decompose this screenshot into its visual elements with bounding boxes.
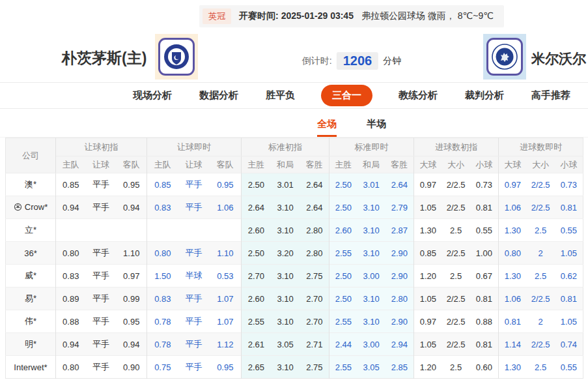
odds-cell: 2.55 <box>242 310 271 333</box>
tab-live-analysis[interactable]: 现场分析 <box>132 85 173 106</box>
odds-cell: 2/2.5 <box>442 333 470 356</box>
odds-cell: 0.81 <box>470 287 499 310</box>
col-header: 主队 <box>56 156 86 173</box>
odds-cell: 0.73 <box>470 173 499 196</box>
odds-cell: 1.20 <box>414 356 442 379</box>
tab-data-analysis[interactable]: 数据分析 <box>198 85 240 106</box>
odds-cell: 2.50 <box>329 287 357 310</box>
match-header: 朴茨茅斯(主) 倒计时: 1206 分钟 <box>0 31 588 82</box>
odds-cell: 2.55 <box>329 242 357 265</box>
tab-win-draw-lose[interactable]: 胜平负 <box>264 85 296 106</box>
odds-cell: 2.80 <box>300 219 329 242</box>
odds-cell <box>117 219 147 242</box>
odds-cell: 2.50 <box>242 242 271 265</box>
home-team-crest-icon <box>155 34 198 80</box>
tab-expert-picks[interactable]: 高手推荐 <box>530 85 572 106</box>
odds-cell: 0.81 <box>555 287 583 310</box>
company-name: 易* <box>25 293 36 303</box>
odds-cell: 1.14 <box>499 333 527 356</box>
company-cell[interactable]: 易* <box>6 287 56 310</box>
group-handicap-initial: 让球初指 <box>56 138 147 156</box>
odds-cell: 0.60 <box>470 356 499 379</box>
odds-cell: 0.62 <box>555 265 583 287</box>
company-cell[interactable]: 立* <box>6 219 56 242</box>
col-header: 小球 <box>555 156 583 173</box>
away-team-name: 米尔沃尔 <box>531 50 586 68</box>
table-row: 36*0.80平手1.100.80平手1.102.503.202.802.553… <box>6 242 583 265</box>
odds-cell: 2.71 <box>300 333 329 356</box>
odds-cell <box>147 219 178 242</box>
col-header: 主胜 <box>242 156 271 173</box>
odds-cell: 1.30 <box>414 219 442 242</box>
tab-referee-analysis[interactable]: 裁判分析 <box>464 85 505 106</box>
venue-name: 弗拉顿公园球场 <box>361 10 425 21</box>
odds-cell: 0.99 <box>117 287 147 310</box>
odds-cell: 2.5 <box>527 265 555 287</box>
countdown: 倒计时: 1206 分钟 <box>302 52 401 70</box>
odds-cell: 1.05 <box>555 242 583 265</box>
odds-cell: 0.89 <box>56 287 86 310</box>
kickoff-value: 2025-01-29 03:45 <box>281 10 354 21</box>
odds-cell: 2/2.5 <box>442 242 470 265</box>
odds-cell: 平手 <box>86 287 117 310</box>
odds-cell: 0.81 <box>499 310 527 333</box>
odds-cell: 2.75 <box>300 356 329 379</box>
odds-cell: 1.10 <box>117 242 147 265</box>
odds-cell: 0.85 <box>414 242 442 265</box>
odds-cell: 0.85 <box>56 173 86 196</box>
odds-cell: 2/2.5 <box>527 287 555 310</box>
odds-cell: 0.97 <box>499 173 527 196</box>
odds-cell: 0.94 <box>56 333 86 356</box>
odds-cell: 0.94 <box>56 196 86 219</box>
odds-cell: 平手 <box>86 196 117 219</box>
company-cell[interactable]: 36* <box>6 242 56 265</box>
odds-cell: 平手 <box>86 265 117 287</box>
col-header: 大球 <box>414 156 442 173</box>
company-cell[interactable]: 伟* <box>6 310 56 333</box>
away-team-crest-icon <box>483 34 526 80</box>
odds-cell: 0.73 <box>555 173 583 196</box>
odds-cell: 2.50 <box>242 173 271 196</box>
odds-cell: 2.61 <box>242 333 271 356</box>
odds-cell: 0.97 <box>414 310 442 333</box>
odds-cell: 3.10 <box>357 287 385 310</box>
subtab-full-match[interactable]: 全场 <box>317 118 337 137</box>
company-name: 澳* <box>25 179 36 189</box>
odds-cell: 平手 <box>86 242 117 265</box>
league-badge[interactable]: 英冠 <box>203 8 231 24</box>
tab-coach-analysis[interactable]: 教练分析 <box>397 85 439 106</box>
odds-cell: 3.10 <box>271 196 300 219</box>
odds-cell: 3.05 <box>357 356 385 379</box>
odds-cell: 2.94 <box>385 333 414 356</box>
subtab-half-match[interactable]: 半场 <box>367 118 386 137</box>
odds-cell: 2.5 <box>442 356 470 379</box>
odds-cell: 2.44 <box>329 333 357 356</box>
company-cell[interactable]: 明* <box>6 333 56 356</box>
weather-text: 微雨， 8℃~9℃ <box>428 10 494 21</box>
header-sub-row: 主队 让球 客队 主队 让球 客队 主胜 和局 客胜 主胜 和局 客胜 大球 大… <box>6 156 583 173</box>
tab-three-in-one[interactable]: 三合一 <box>321 85 372 106</box>
info-bar-wrap: 英冠 开赛时间: 2025-01-29 03:45 弗拉顿公园球场 微雨， 8℃… <box>0 5 588 27</box>
company-cell[interactable]: 威* <box>6 265 56 287</box>
group-standard-initial: 标准初指 <box>242 138 329 156</box>
odds-cell: 1.00 <box>470 242 499 265</box>
odds-cell: 3.10 <box>271 219 300 242</box>
company-cell[interactable]: 澳* <box>6 173 56 196</box>
company-name: 立* <box>25 225 36 235</box>
odds-cell: 2 <box>527 310 555 333</box>
company-name: 伟* <box>25 316 36 326</box>
odds-cell: 0.55 <box>555 356 583 379</box>
odds-cell: 2/2.5 <box>527 196 555 219</box>
company-cell[interactable]: Interwet* <box>6 356 56 379</box>
odds-cell: 2.90 <box>385 242 414 265</box>
odds-cell: 3.00 <box>357 333 385 356</box>
odds-cell: 2 <box>527 242 555 265</box>
odds-cell <box>178 219 210 242</box>
odds-cell: 平手 <box>86 173 117 196</box>
odds-cell: 0.97 <box>414 173 442 196</box>
kickoff-label: 开赛时间: <box>239 10 279 21</box>
col-header: 小球 <box>470 156 499 173</box>
odds-cell: 1.12 <box>210 333 242 356</box>
company-cell[interactable]: Crow* <box>6 196 56 219</box>
col-header: 大球 <box>499 156 527 173</box>
